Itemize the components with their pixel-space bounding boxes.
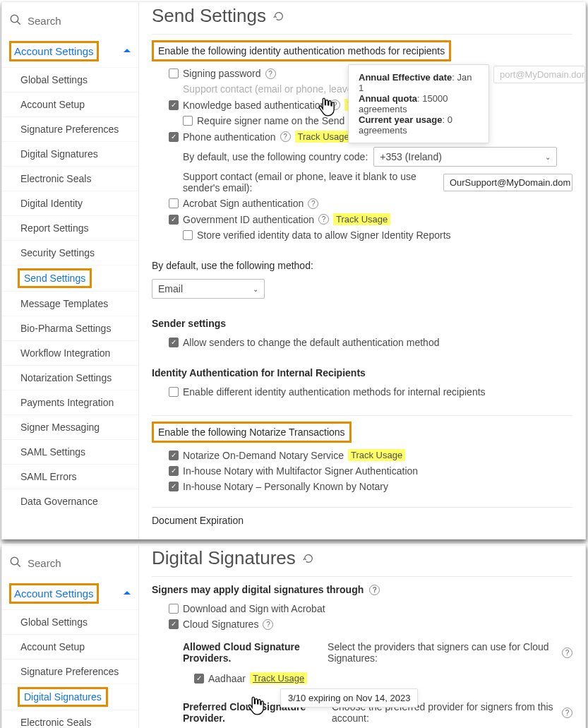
help-icon[interactable]: ?: [562, 648, 572, 658]
cloud-row: Cloud Signatures ?: [152, 616, 572, 632]
phone-auth-checkbox[interactable]: [169, 132, 179, 142]
help-icon[interactable]: ?: [308, 198, 318, 209]
nav-security-settings[interactable]: Security Settings: [2, 240, 138, 265]
allowed-providers-heading: Allowed Cloud Signature Providers. Selec…: [152, 639, 572, 666]
aadhaar-checkbox[interactable]: [194, 674, 204, 684]
nav-electronic-seals[interactable]: Electronic Seals: [2, 166, 138, 191]
chevron-up-icon: [123, 587, 131, 599]
main-content: Digital Signatures Signers may apply dig…: [139, 544, 585, 728]
help-icon[interactable]: ?: [318, 214, 329, 225]
enable-diff-checkbox[interactable]: [169, 387, 179, 397]
nav-account-setup[interactable]: Account Setup: [2, 634, 138, 659]
chevron-up-icon: [123, 45, 131, 57]
nav-global-settings[interactable]: Global Settings: [2, 609, 138, 634]
acrobat-sign-checkbox[interactable]: [169, 198, 179, 208]
help-icon[interactable]: ?: [263, 619, 273, 630]
help-icon[interactable]: ?: [369, 585, 380, 595]
nav-saml-errors[interactable]: SAML Errors: [2, 464, 138, 489]
auth-heading: Enable the following identity authentica…: [152, 40, 451, 61]
send-settings-panel: Search Account Settings Global Settings …: [1, 1, 586, 539]
track-usage-govid[interactable]: Track Usage: [333, 213, 390, 225]
svg-line-3: [17, 563, 20, 567]
help-icon[interactable]: ?: [265, 68, 276, 79]
search-placeholder: Search: [28, 557, 61, 569]
refresh-icon[interactable]: [303, 547, 314, 569]
notarize-ondemand-checkbox[interactable]: [169, 450, 179, 460]
sidebar: Search Account Settings Global Settings …: [2, 2, 139, 539]
nav-bio-pharma[interactable]: Bio-Pharma Settings: [2, 316, 138, 340]
require-signer-checkbox[interactable]: [183, 116, 193, 126]
support-contact-input[interactable]: OurSupport@MyDomain.dom: [443, 174, 572, 191]
sender-settings-heading: Sender settings: [152, 318, 572, 329]
track-usage-notarize[interactable]: Track Usage: [348, 449, 405, 461]
sidebar: Search Account Settings Global Settings …: [2, 544, 139, 728]
svg-point-0: [11, 15, 18, 23]
inhouse-mfa-checkbox[interactable]: [169, 466, 179, 476]
doc-exp-heading: Document Expiration: [152, 515, 572, 526]
nav-workflow-integration[interactable]: Workflow Integration: [2, 340, 138, 365]
nav-global-settings[interactable]: Global Settings: [2, 67, 138, 92]
search-icon: [9, 556, 22, 571]
country-code-select[interactable]: +353 (Ireland)⌄: [373, 147, 557, 167]
track-usage-aadhaar[interactable]: Track Usage: [250, 672, 307, 684]
main-content: Send Settings Enable the following ident…: [139, 2, 585, 539]
nav-account-setup[interactable]: Account Setup: [2, 92, 138, 117]
aadhaar-tooltip: 3/10 expiring on Nov 14, 2023: [280, 688, 418, 708]
notarize-heading: Enable the following Notarize Transactio…: [152, 422, 352, 443]
support-contact-row-2: Support contact (email or phone, leave i…: [152, 169, 572, 196]
sidebar-section-header[interactable]: Account Settings: [2, 35, 138, 67]
allow-senders-checkbox[interactable]: [169, 338, 179, 347]
search-icon: [9, 13, 22, 28]
digital-signatures-panel: Search Account Settings Global Settings …: [1, 544, 586, 728]
nav-data-governance[interactable]: Data Governance: [2, 489, 138, 513]
nav-message-templates[interactable]: Message Templates: [2, 291, 138, 316]
default-method-label: By default, use the following method:: [152, 260, 572, 271]
gov-id-checkbox[interactable]: [169, 215, 179, 225]
cursor-hand-icon: [317, 97, 335, 120]
nav-saml-settings[interactable]: SAML Settings: [2, 439, 138, 464]
sidebar-section-header[interactable]: Account Settings: [2, 578, 138, 609]
page-title: Digital Signatures: [152, 547, 572, 569]
cursor-hand-icon: [246, 696, 265, 719]
nav-signature-preferences[interactable]: Signature Preferences: [2, 117, 138, 141]
store-id-checkbox[interactable]: [183, 230, 193, 240]
nav-digital-signatures[interactable]: Digital Signatures: [2, 684, 138, 710]
track-usage-phone[interactable]: Track Usage: [295, 131, 352, 143]
aadhaar-row: Aadhaar Track Usage: [152, 670, 572, 686]
inhouse-pk-row: In-house Notary – Personally Known by No…: [152, 479, 572, 494]
refresh-icon[interactable]: [273, 5, 284, 27]
allow-senders-row: Allow senders to change the default auth…: [152, 335, 572, 350]
usage-tooltip: Annual Effective date: Jan 1 Annual quot…: [348, 64, 489, 143]
nav-list: Global Settings Account Setup Signature …: [2, 609, 138, 728]
default-method-select[interactable]: Email⌄: [152, 279, 265, 299]
nav-payments-integration[interactable]: Payments Integration: [2, 390, 138, 414]
nav-send-settings[interactable]: Send Settings: [2, 265, 138, 291]
internal-heading: Identity Authentication for Internal Rec…: [152, 367, 572, 378]
nav-signer-messaging[interactable]: Signer Messaging: [2, 414, 138, 439]
page-title: Send Settings: [152, 5, 572, 27]
search-placeholder: Search: [28, 15, 61, 27]
download-row: Download and Sign with Acrobat: [152, 601, 572, 616]
nav-report-settings[interactable]: Report Settings: [2, 215, 138, 240]
nav-digital-identity[interactable]: Digital Identity: [2, 191, 138, 215]
nav-signature-preferences[interactable]: Signature Preferences: [2, 659, 138, 684]
nav-electronic-seals[interactable]: Electronic Seals: [2, 710, 138, 728]
gov-id-row: Government ID authentication ? Track Usa…: [152, 211, 572, 227]
svg-point-2: [11, 557, 18, 565]
signing-password-checkbox[interactable]: [169, 68, 179, 78]
account-settings-label: Account Settings: [9, 583, 99, 604]
search-row[interactable]: Search: [2, 550, 138, 578]
nav-notarization-settings[interactable]: Notarization Settings: [2, 365, 138, 390]
download-checkbox[interactable]: [169, 604, 179, 614]
inhouse-pk-checkbox[interactable]: [169, 482, 179, 491]
help-icon[interactable]: ?: [562, 708, 572, 718]
nav-digital-signatures[interactable]: Digital Signatures: [2, 141, 138, 166]
signers-heading: Signers may apply digital signatures thr…: [152, 584, 572, 595]
cloud-checkbox[interactable]: [169, 619, 179, 629]
notarize-ondemand-row: Notarize On-Demand Notary Service Track …: [152, 447, 572, 463]
country-code-row: By default, use the following country co…: [152, 145, 572, 169]
kba-checkbox[interactable]: [169, 100, 179, 110]
help-icon[interactable]: ?: [280, 131, 291, 142]
search-row[interactable]: Search: [2, 8, 138, 35]
svg-line-1: [17, 21, 20, 25]
